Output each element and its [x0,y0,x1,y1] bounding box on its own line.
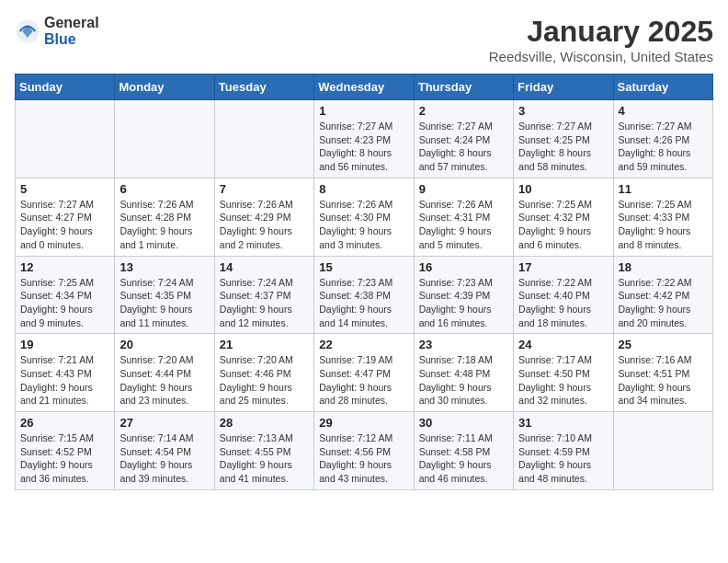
day-info: Sunrise: 7:18 AM Sunset: 4:48 PM Dayligh… [419,353,508,408]
logo: General Blue [15,15,99,47]
day-info: Sunrise: 7:22 AM Sunset: 4:40 PM Dayligh… [518,276,608,330]
calendar-cell: 19Sunrise: 7:21 AM Sunset: 4:43 PM Dayli… [16,334,115,412]
calendar-cell: 1Sunrise: 7:27 AM Sunset: 4:23 PM Daylig… [314,100,414,178]
calendar-cell: 31Sunrise: 7:10 AM Sunset: 4:59 PM Dayli… [514,412,613,490]
day-number: 23 [419,338,508,351]
calendar-cell: 28Sunrise: 7:13 AM Sunset: 4:55 PM Dayli… [214,412,313,490]
day-info: Sunrise: 7:23 AM Sunset: 4:39 PM Dayligh… [419,276,508,330]
day-info: Sunrise: 7:16 AM Sunset: 4:51 PM Dayligh… [619,353,708,408]
day-number: 14 [220,260,309,274]
month-title: January 2025 [489,15,713,49]
day-number: 3 [518,104,608,118]
day-number: 13 [119,260,209,274]
calendar-cell: 2Sunrise: 7:27 AM Sunset: 4:24 PM Daylig… [414,100,513,178]
day-info: Sunrise: 7:26 AM Sunset: 4:31 PM Dayligh… [419,198,508,252]
calendar-cell: 3Sunrise: 7:27 AM Sunset: 4:25 PM Daylig… [514,100,613,178]
day-number: 10 [518,182,608,196]
calendar-cell: 12Sunrise: 7:25 AM Sunset: 4:34 PM Dayli… [16,256,115,334]
calendar-cell: 23Sunrise: 7:18 AM Sunset: 4:48 PM Dayli… [414,334,513,412]
calendar-cell: 18Sunrise: 7:22 AM Sunset: 4:42 PM Dayli… [613,256,712,334]
day-info: Sunrise: 7:23 AM Sunset: 4:38 PM Dayligh… [319,276,408,330]
day-info: Sunrise: 7:25 AM Sunset: 4:32 PM Dayligh… [518,198,608,252]
day-number: 21 [220,338,309,351]
calendar-cell: 10Sunrise: 7:25 AM Sunset: 4:32 PM Dayli… [514,178,613,256]
day-info: Sunrise: 7:26 AM Sunset: 4:30 PM Dayligh… [319,198,408,252]
header-cell-saturday: Saturday [613,75,712,100]
logo-text: General Blue [44,15,99,47]
day-number: 22 [319,338,408,351]
day-number: 28 [220,416,309,430]
day-info: Sunrise: 7:20 AM Sunset: 4:46 PM Dayligh… [220,353,309,408]
day-info: Sunrise: 7:10 AM Sunset: 4:59 PM Dayligh… [518,431,608,486]
calendar-cell: 27Sunrise: 7:14 AM Sunset: 4:54 PM Dayli… [115,412,214,490]
calendar-cell [16,100,115,178]
logo-icon [15,18,40,44]
day-number: 4 [619,104,708,118]
day-number: 19 [20,338,109,351]
day-info: Sunrise: 7:27 AM Sunset: 4:24 PM Dayligh… [419,120,508,174]
calendar-body: 1Sunrise: 7:27 AM Sunset: 4:23 PM Daylig… [16,100,713,490]
calendar-week-row: 5Sunrise: 7:27 AM Sunset: 4:27 PM Daylig… [16,178,713,256]
header-cell-friday: Friday [514,75,613,100]
logo-general-text: General [44,15,99,31]
calendar-cell: 21Sunrise: 7:20 AM Sunset: 4:46 PM Dayli… [214,334,313,412]
calendar-cell: 29Sunrise: 7:12 AM Sunset: 4:56 PM Dayli… [314,412,414,490]
day-number: 6 [119,182,209,196]
header-cell-sunday: Sunday [16,75,115,100]
day-number: 11 [619,182,708,196]
page-header: General Blue January 2025 Reedsville, Wi… [15,15,713,64]
calendar-cell: 11Sunrise: 7:25 AM Sunset: 4:33 PM Dayli… [613,178,712,256]
day-info: Sunrise: 7:25 AM Sunset: 4:33 PM Dayligh… [619,198,708,252]
day-info: Sunrise: 7:27 AM Sunset: 4:23 PM Dayligh… [319,120,408,174]
day-info: Sunrise: 7:19 AM Sunset: 4:47 PM Dayligh… [319,353,408,408]
calendar-cell [214,100,313,178]
day-info: Sunrise: 7:24 AM Sunset: 4:37 PM Dayligh… [220,276,309,330]
day-info: Sunrise: 7:25 AM Sunset: 4:34 PM Dayligh… [20,276,109,330]
calendar-cell: 6Sunrise: 7:26 AM Sunset: 4:28 PM Daylig… [115,178,214,256]
calendar-cell: 9Sunrise: 7:26 AM Sunset: 4:31 PM Daylig… [414,178,513,256]
calendar-week-row: 26Sunrise: 7:15 AM Sunset: 4:52 PM Dayli… [16,412,713,490]
day-number: 9 [419,182,508,196]
logo-blue-text: Blue [44,31,99,48]
calendar-header: SundayMondayTuesdayWednesdayThursdayFrid… [16,75,713,100]
calendar-cell: 13Sunrise: 7:24 AM Sunset: 4:35 PM Dayli… [115,256,214,334]
title-block: January 2025 Reedsville, Wisconsin, Unit… [489,15,713,64]
header-row: SundayMondayTuesdayWednesdayThursdayFrid… [16,75,713,100]
calendar-cell: 22Sunrise: 7:19 AM Sunset: 4:47 PM Dayli… [314,334,414,412]
day-info: Sunrise: 7:22 AM Sunset: 4:42 PM Dayligh… [619,276,708,330]
day-info: Sunrise: 7:27 AM Sunset: 4:26 PM Dayligh… [619,120,708,174]
day-info: Sunrise: 7:15 AM Sunset: 4:52 PM Dayligh… [20,431,109,486]
calendar-cell: 17Sunrise: 7:22 AM Sunset: 4:40 PM Dayli… [514,256,613,334]
day-number: 12 [20,260,109,274]
day-number: 25 [619,338,708,351]
day-info: Sunrise: 7:27 AM Sunset: 4:25 PM Dayligh… [518,120,608,174]
day-info: Sunrise: 7:27 AM Sunset: 4:27 PM Dayligh… [20,198,109,252]
calendar-cell: 30Sunrise: 7:11 AM Sunset: 4:58 PM Dayli… [414,412,513,490]
day-number: 5 [20,182,109,196]
calendar-week-row: 12Sunrise: 7:25 AM Sunset: 4:34 PM Dayli… [16,256,713,334]
day-number: 18 [619,260,708,274]
calendar-cell [115,100,214,178]
calendar-cell: 4Sunrise: 7:27 AM Sunset: 4:26 PM Daylig… [613,100,712,178]
day-info: Sunrise: 7:14 AM Sunset: 4:54 PM Dayligh… [119,431,209,486]
day-info: Sunrise: 7:24 AM Sunset: 4:35 PM Dayligh… [119,276,209,330]
header-cell-monday: Monday [115,75,214,100]
day-number: 29 [319,416,408,430]
calendar-cell: 14Sunrise: 7:24 AM Sunset: 4:37 PM Dayli… [214,256,313,334]
calendar-cell: 16Sunrise: 7:23 AM Sunset: 4:39 PM Dayli… [414,256,513,334]
calendar-cell: 24Sunrise: 7:17 AM Sunset: 4:50 PM Dayli… [514,334,613,412]
header-cell-tuesday: Tuesday [214,75,313,100]
calendar-cell: 8Sunrise: 7:26 AM Sunset: 4:30 PM Daylig… [314,178,414,256]
day-number: 2 [419,104,508,118]
day-info: Sunrise: 7:12 AM Sunset: 4:56 PM Dayligh… [319,431,408,486]
calendar-week-row: 1Sunrise: 7:27 AM Sunset: 4:23 PM Daylig… [16,100,713,178]
header-cell-wednesday: Wednesday [314,75,414,100]
day-number: 20 [119,338,209,351]
calendar-cell: 5Sunrise: 7:27 AM Sunset: 4:27 PM Daylig… [16,178,115,256]
day-info: Sunrise: 7:17 AM Sunset: 4:50 PM Dayligh… [518,353,608,408]
calendar-table: SundayMondayTuesdayWednesdayThursdayFrid… [15,74,713,490]
day-number: 1 [319,104,408,118]
calendar-cell: 15Sunrise: 7:23 AM Sunset: 4:38 PM Dayli… [314,256,414,334]
calendar-cell: 26Sunrise: 7:15 AM Sunset: 4:52 PM Dayli… [16,412,115,490]
day-number: 7 [220,182,309,196]
